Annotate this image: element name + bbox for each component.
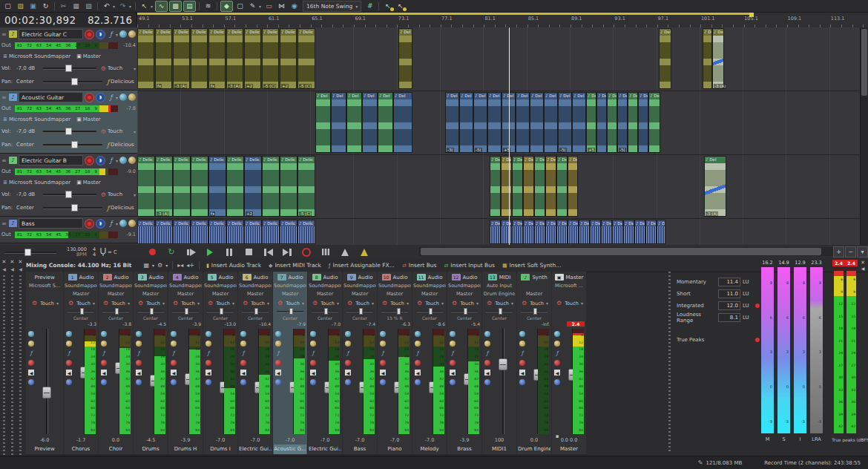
strip-automation-select[interactable]: ⚙Touch▾ bbox=[274, 298, 306, 308]
audio-clip[interactable]: ♪ Delic bbox=[244, 156, 262, 217]
audio-clip[interactable]: ♪ De bbox=[501, 220, 512, 244]
solo-icon[interactable] bbox=[484, 340, 491, 347]
audio-clip[interactable]: ♪ De bbox=[556, 156, 568, 217]
mute-icon[interactable]: ◗ bbox=[96, 156, 105, 165]
mute-icon[interactable] bbox=[379, 378, 387, 386]
solo-icon[interactable] bbox=[344, 340, 352, 347]
record-arm-icon[interactable] bbox=[484, 359, 491, 367]
monitor-icon[interactable]: ◀ bbox=[274, 369, 282, 376]
mute-icon[interactable]: ◗ bbox=[96, 30, 105, 39]
audio-clip[interactable]: ♪ Delic bbox=[244, 220, 262, 244]
audio-clip[interactable]: ♪ Delic bbox=[226, 220, 244, 244]
pan-slider[interactable] bbox=[43, 204, 102, 211]
mixer-strip[interactable]: 11AudioSoundmapperMaster⚙Touch▾Centerƒ◀6… bbox=[412, 272, 447, 454]
mute-icon[interactable] bbox=[100, 378, 108, 386]
mixer-strip[interactable]: 4AudioSoundmapperMaster⚙Touch▾Centerƒ◀61… bbox=[168, 272, 203, 454]
knob-icon[interactable] bbox=[170, 330, 177, 338]
audio-clip[interactable]: ♪ Del bbox=[572, 92, 586, 153]
track-name-input[interactable]: Acoustic Guitar bbox=[19, 92, 83, 102]
audio-clip[interactable]: ♪ Del bbox=[459, 92, 473, 153]
strip-device-label[interactable]: Soundmapper bbox=[239, 282, 272, 290]
audio-clip[interactable]: ♪ Del bbox=[398, 28, 412, 89]
strip-device-label[interactable]: Soundmapper bbox=[343, 282, 376, 290]
event-record-button[interactable] bbox=[297, 246, 315, 258]
slider-handle[interactable] bbox=[71, 204, 78, 211]
pan-slider[interactable] bbox=[43, 141, 102, 148]
paste-icon[interactable]: ▧ bbox=[83, 1, 94, 11]
freeze-knob-icon[interactable] bbox=[128, 94, 136, 101]
track-name-input[interactable]: Bass bbox=[19, 218, 83, 229]
play-from-start-button[interactable] bbox=[182, 246, 200, 258]
strip-bus-label[interactable]: Master bbox=[169, 290, 202, 298]
strip-name[interactable]: Preview bbox=[27, 445, 62, 454]
mute-icon[interactable] bbox=[170, 378, 177, 386]
strip-bus-label[interactable] bbox=[553, 290, 585, 298]
audio-clip[interactable]: ♪ Delic bbox=[280, 156, 297, 217]
context-help-icon[interactable]: ↖ bbox=[395, 1, 406, 11]
mixer-strip[interactable]: PreviewMicrosoft S... ⚙Touch▾ ƒ◀-6.0Prev… bbox=[26, 272, 63, 454]
strip-bus-label[interactable] bbox=[27, 290, 62, 298]
track-header[interactable]: ≡♪Electric Guitar C◗ƒ▾Out817263544536271… bbox=[0, 27, 137, 91]
strip-bus-label[interactable]: Master bbox=[309, 290, 341, 298]
automation-gear-icon[interactable]: ⚙ bbox=[101, 191, 106, 198]
strip-pan-slider[interactable] bbox=[451, 308, 478, 315]
strip-name[interactable]: MIDI1 bbox=[483, 445, 516, 454]
record-button[interactable] bbox=[143, 246, 161, 258]
automation-mode[interactable]: Touch bbox=[108, 191, 133, 197]
mixer-strip[interactable]: 1AudioSoundmapperMaster⚙Touch▾Centerƒ◀61… bbox=[64, 272, 98, 454]
knob-icon[interactable] bbox=[379, 330, 387, 338]
audio-clip[interactable]: ♪ Del bbox=[445, 92, 459, 153]
audio-clip[interactable]: ♪ De bbox=[638, 92, 648, 153]
strip-device-label[interactable]: Soundmapper bbox=[204, 282, 237, 290]
insert-button[interactable]: ƒInsert Assignable FX... bbox=[329, 262, 395, 269]
fx-icon[interactable]: ƒ bbox=[65, 350, 73, 357]
mute-icon[interactable] bbox=[27, 378, 35, 386]
erase-tool-icon[interactable]: ▭ bbox=[263, 1, 274, 11]
fx-icon[interactable]: ƒ bbox=[309, 350, 317, 357]
solo-icon[interactable] bbox=[309, 340, 317, 347]
solo-icon[interactable] bbox=[379, 340, 387, 347]
chevron-down-icon[interactable]: ▾ bbox=[134, 192, 136, 197]
strip-name[interactable]: Chorus bbox=[65, 445, 97, 454]
mixer-strip[interactable]: 3AudioSoundmapperMaster⚙Touch▾Centerƒ◀61… bbox=[134, 272, 168, 454]
monitor-icon[interactable]: ◀ bbox=[553, 369, 561, 376]
zoom-menu-button[interactable]: ▾ bbox=[857, 246, 868, 258]
strip-automation-select[interactable]: ⚙Touch▾ bbox=[518, 298, 550, 308]
strip-pan-slider[interactable] bbox=[312, 308, 338, 315]
narrow-strips-icon[interactable]: ▸◂ bbox=[177, 262, 183, 269]
chevron-down-icon[interactable]: ▾ bbox=[165, 263, 168, 268]
time-signature[interactable]: 4 4 bbox=[93, 247, 96, 257]
strip-name[interactable]: Drum Engine bbox=[518, 445, 550, 454]
strip-name[interactable]: Choir bbox=[99, 445, 132, 454]
chevron-down-icon[interactable]: ▾ bbox=[134, 66, 136, 71]
zoom-out-button[interactable]: − bbox=[845, 246, 856, 258]
audio-clip[interactable]: ♪ Delic bbox=[262, 220, 280, 244]
strip-name[interactable]: Drums I bbox=[204, 445, 237, 454]
solo-icon[interactable] bbox=[553, 340, 561, 347]
track-header[interactable]: ≡♪Bass◗ƒ▾Out81726354453627189-9.1 bbox=[0, 217, 137, 243]
fx-icon[interactable]: ƒ bbox=[27, 350, 35, 357]
mute-icon[interactable] bbox=[449, 378, 456, 386]
monitor-icon[interactable]: ◀ bbox=[240, 369, 247, 376]
slider-handle[interactable] bbox=[429, 308, 433, 315]
monitor-icon[interactable]: ◀ bbox=[65, 369, 73, 376]
strip-name[interactable]: Piano bbox=[378, 445, 411, 454]
phase-knob-icon[interactable] bbox=[119, 220, 127, 227]
play-button[interactable] bbox=[201, 246, 219, 258]
automation-mode[interactable]: Touch bbox=[108, 128, 133, 134]
record-arm-icon[interactable] bbox=[240, 359, 247, 367]
device-name[interactable]: Microsoft Soundmapper bbox=[9, 117, 70, 122]
audio-clip[interactable]: ♪ Delic bbox=[297, 220, 315, 244]
audio-clip[interactable]: ♪ Delic bbox=[208, 156, 226, 217]
track-fx-icon[interactable]: ƒ bbox=[107, 220, 115, 228]
record-arm-icon[interactable] bbox=[100, 359, 108, 367]
mute-icon[interactable] bbox=[65, 378, 73, 386]
undo-icon[interactable]: ↶ bbox=[101, 1, 112, 11]
strip-fader[interactable] bbox=[43, 329, 50, 434]
strip-pan-slider[interactable] bbox=[137, 308, 164, 315]
audio-clip[interactable]: ♪ De bbox=[545, 220, 556, 244]
monitor-icon[interactable]: ◀ bbox=[100, 369, 108, 376]
slider-handle[interactable] bbox=[65, 128, 72, 135]
mute-icon[interactable] bbox=[274, 378, 282, 386]
fx-icon[interactable]: ƒ bbox=[484, 350, 491, 357]
